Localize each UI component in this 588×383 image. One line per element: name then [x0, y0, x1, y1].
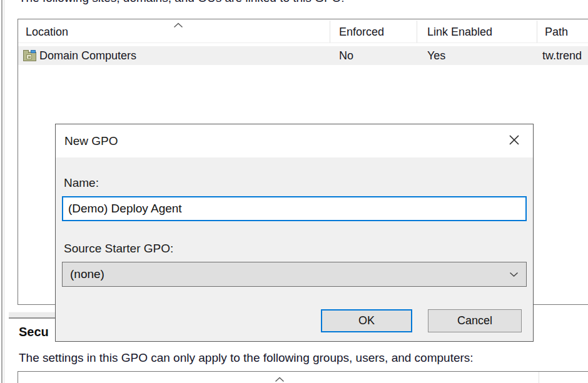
table-row-domain-computers[interactable]: Domain Computers No Yes tw.trend: [18, 46, 588, 65]
security-filtering-heading: Secu: [19, 325, 49, 339]
ok-button[interactable]: OK: [321, 309, 412, 332]
cell-path: tw.trend: [542, 46, 582, 65]
name-label: Name:: [64, 176, 99, 190]
column-divider[interactable]: [539, 372, 539, 383]
column-header-link-enabled[interactable]: Link Enabled: [427, 26, 492, 39]
chevron-down-icon: [509, 269, 519, 280]
table-header: Location Enforced Link Enabled Path: [18, 19, 588, 43]
cell-link-enabled: Yes: [427, 46, 445, 65]
column-divider[interactable]: [417, 21, 417, 42]
pane-divider: [1, 0, 3, 383]
close-button[interactable]: [503, 129, 525, 152]
column-divider[interactable]: [537, 21, 537, 42]
security-filtering-caption: The settings in this GPO can only apply …: [19, 351, 474, 365]
ou-folder-icon: [23, 50, 36, 61]
sort-ascending-icon: [173, 19, 183, 31]
column-header-enforced[interactable]: Enforced: [339, 26, 384, 39]
column-divider[interactable]: [330, 21, 330, 42]
dialog-title: New GPO: [56, 134, 118, 148]
dialog-titlebar[interactable]: New GPO: [56, 124, 533, 157]
column-header-path[interactable]: Path: [545, 26, 568, 39]
gpo-name-input[interactable]: [62, 196, 527, 221]
sort-ascending-icon: [275, 374, 285, 383]
column-header-location[interactable]: Location: [26, 26, 68, 39]
cell-enforced: No: [339, 46, 353, 65]
gpmc-scope-pane: The following sites, domains, and OUs ar…: [0, 0, 588, 383]
pane-divider-highlight: [4, 0, 4, 383]
source-starter-gpo-dropdown[interactable]: (none): [62, 262, 527, 287]
dialog-body: Name: Source Starter GPO: (none) OK Canc…: [56, 157, 533, 342]
cancel-button[interactable]: Cancel: [428, 309, 522, 332]
dropdown-selected-value: (none): [70, 267, 509, 281]
new-gpo-dialog: New GPO Name: Source Starter GPO: (none): [55, 124, 534, 342]
source-starter-gpo-label: Source Starter GPO:: [64, 242, 173, 256]
cell-location: Domain Computers: [39, 46, 136, 65]
close-icon: [507, 133, 521, 149]
linked-gpo-caption: The following sites, domains, and OUs ar…: [19, 0, 345, 5]
security-filtering-table: [18, 371, 588, 383]
